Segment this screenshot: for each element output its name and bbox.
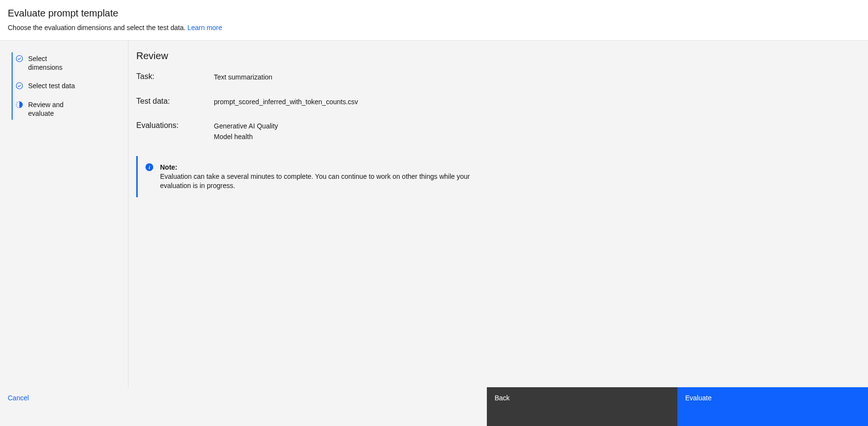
info-note: i Note: Evaluation can take a several mi… bbox=[136, 156, 485, 197]
review-value-item: prompt_scored_inferred_with_token_counts… bbox=[214, 97, 358, 107]
note-content: Note: Evaluation can take a several minu… bbox=[160, 163, 478, 190]
progress-list: Select dimensions Select test data bbox=[12, 52, 128, 120]
page-body: Select dimensions Select test data bbox=[0, 41, 868, 387]
progress-step-review-evaluate[interactable]: Review and evaluate bbox=[13, 98, 128, 120]
review-label: Task: bbox=[136, 72, 214, 81]
review-value: Text summarization bbox=[214, 72, 273, 83]
incomplete-icon bbox=[16, 101, 23, 109]
footer-actions: Cancel Back Evaluate bbox=[0, 387, 868, 426]
page-header: Evaluate prompt template Choose the eval… bbox=[0, 0, 868, 41]
progress-step-select-dimensions[interactable]: Select dimensions bbox=[13, 52, 128, 79]
checkmark-outline-icon bbox=[16, 82, 23, 90]
review-row-test-data: Test data: prompt_scored_inferred_with_t… bbox=[136, 97, 860, 108]
review-row-evaluations: Evaluations: Generative AI Quality Model… bbox=[136, 121, 860, 142]
progress-step-label: Review and evaluate bbox=[28, 100, 81, 118]
page-subtitle: Choose the evaluation dimensions and sel… bbox=[8, 24, 860, 32]
page-title: Evaluate prompt template bbox=[8, 8, 860, 19]
note-title: Note: bbox=[160, 163, 177, 171]
svg-point-0 bbox=[16, 56, 23, 62]
back-button[interactable]: Back bbox=[487, 387, 677, 426]
section-title: Review bbox=[136, 50, 860, 62]
cancel-button[interactable]: Cancel bbox=[0, 387, 487, 426]
review-value-item: Generative AI Quality bbox=[214, 122, 278, 131]
svg-point-1 bbox=[16, 83, 23, 89]
note-body: Evaluation can take a several minutes to… bbox=[160, 173, 470, 189]
main-content: Review Task: Text summarization Test dat… bbox=[129, 41, 868, 387]
checkmark-outline-icon bbox=[16, 55, 23, 63]
review-label: Evaluations: bbox=[136, 121, 214, 130]
review-value: Generative AI Quality Model health bbox=[214, 121, 278, 142]
progress-step-select-test-data[interactable]: Select test data bbox=[13, 79, 128, 98]
info-icon: i bbox=[145, 163, 153, 171]
evaluate-button[interactable]: Evaluate bbox=[677, 387, 868, 426]
progress-step-label: Select dimensions bbox=[28, 54, 81, 72]
review-row-task: Task: Text summarization bbox=[136, 72, 860, 83]
progress-step-label: Select test data bbox=[28, 81, 75, 90]
review-value: prompt_scored_inferred_with_token_counts… bbox=[214, 97, 358, 108]
progress-sidebar: Select dimensions Select test data bbox=[0, 41, 129, 387]
review-value-item: Text summarization bbox=[214, 73, 273, 82]
subtitle-text: Choose the evaluation dimensions and sel… bbox=[8, 24, 187, 32]
review-label: Test data: bbox=[136, 97, 214, 106]
review-value-item: Model health bbox=[214, 132, 278, 142]
learn-more-link[interactable]: Learn more bbox=[187, 24, 222, 32]
